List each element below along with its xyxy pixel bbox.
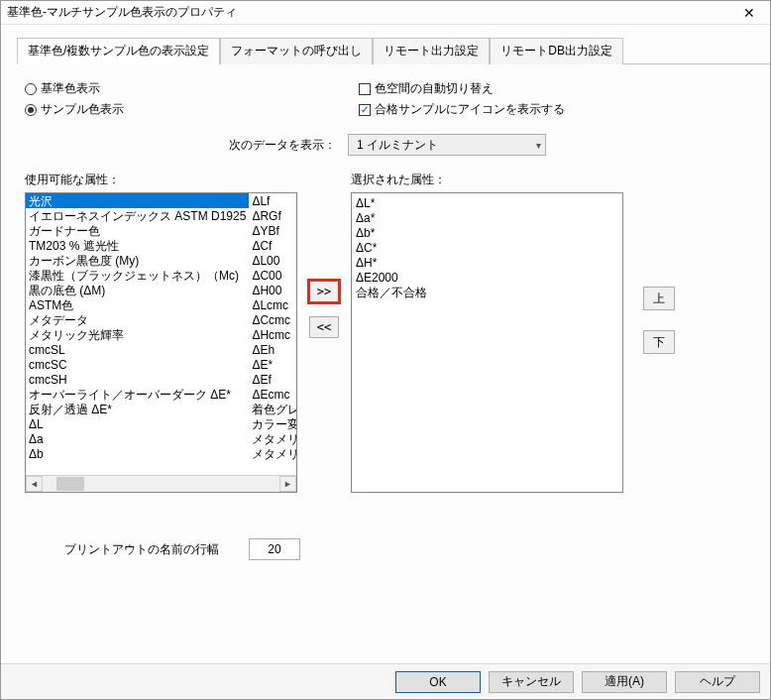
list-item[interactable]: cmcSC [26,357,249,372]
scroll-thumb[interactable] [56,477,84,491]
tab-format-recall[interactable]: フォーマットの呼び出し [220,38,373,64]
horizontal-scrollbar[interactable]: ◄ ► [26,475,296,492]
list-item[interactable]: cmcSL [26,342,249,357]
list-item[interactable]: cmcSH [26,372,249,387]
radio-sample-label: サンプル色表示 [41,101,124,118]
tab-panel-display-settings: 基準色表示 サンプル色表示 色空間の自動切り替え 合格サンプルにアイコンを表示す… [17,64,758,568]
check-auto-switch[interactable]: 色空間の自動切り替え [359,80,736,97]
list-item[interactable]: 合格／不合格 [356,285,618,299]
check-auto-switch-label: 色空間の自動切り替え [375,80,494,97]
list-item[interactable]: 黒の底色 (ΔM) [26,283,249,297]
list-item[interactable]: Δb [26,446,249,461]
list-item[interactable]: ΔH* [356,255,618,270]
scroll-track[interactable] [43,476,279,492]
list-item[interactable]: Δa* [356,210,618,225]
list-item[interactable]: ΔC* [356,240,618,255]
selected-attributes-list[interactable]: ΔL*Δa*Δb*ΔC*ΔH*ΔE2000合格／不合格 [351,192,623,493]
window-title: 基準色-マルチサンプル色表示のプロパティ [5,4,732,21]
radio-sample-color[interactable]: サンプル色表示 [25,101,359,118]
list-item[interactable]: ΔLcmc [249,297,296,312]
selected-attributes-label: 選択された属性： [351,172,623,188]
list-item[interactable]: ΔL [26,416,249,431]
list-item[interactable]: ΔE2000 [356,270,618,285]
available-attributes-label: 使用可能な属性： [25,172,297,188]
list-item[interactable]: 光沢 [26,193,249,208]
display-data-label: 次のデータを表示： [229,137,336,154]
list-item[interactable]: ガードナー色 [26,223,249,238]
list-item[interactable]: ΔEh [249,342,296,357]
illuminant-select-value: 1 イルミナント [357,137,438,154]
list-item[interactable]: 着色グレースケ [249,402,296,416]
list-item[interactable]: ΔC00 [249,268,296,283]
move-up-button[interactable]: 上 [643,287,675,310]
list-item[interactable]: ΔL00 [249,253,296,268]
list-item[interactable]: 漆黒性（ブラックジェットネス）（Mc) [26,268,249,283]
tab-remote-db-output[interactable]: リモートDB出力設定 [490,38,623,64]
list-item[interactable]: ΔYBf [249,223,296,238]
list-item[interactable]: 反射／透過 ΔE* [26,402,249,416]
list-item[interactable]: メタリック光輝率 [26,327,249,342]
list-item[interactable]: ΔEcmc [249,387,296,402]
list-item[interactable]: ΔH00 [249,283,296,297]
add-attribute-button[interactable]: >> [309,281,339,302]
check-show-icon-label: 合格サンプルにアイコンを表示する [375,101,565,118]
printout-name-width-label: プリントアウトの名前の行幅 [64,541,219,558]
cancel-button[interactable]: キャンセル [489,671,574,693]
list-item[interactable]: TM203 % 遮光性 [26,238,249,253]
tab-strip: 基準色/複数サンプル色の表示設定 フォーマットの呼び出し リモート出力設定 リモ… [17,37,770,64]
help-button[interactable]: ヘルプ [675,671,760,693]
tab-display-settings[interactable]: 基準色/複数サンプル色の表示設定 [17,38,220,64]
list-item[interactable]: ΔEf [249,372,296,387]
list-item[interactable]: メタデータ [26,312,249,327]
ok-button[interactable]: OK [395,671,481,693]
checkbox-icon [359,104,371,116]
check-show-icon[interactable]: 合格サンプルにアイコンを表示する [359,101,736,118]
list-item[interactable]: オーバーライト／オーバーダーク ΔE* [26,387,249,402]
scroll-right-icon[interactable]: ► [279,476,296,492]
list-item[interactable]: ΔHcmc [249,327,296,342]
list-item[interactable]: ΔCcmc [249,312,296,327]
list-item[interactable]: ΔL* [356,195,618,210]
checkbox-icon [359,83,371,95]
list-item[interactable]: Δa [26,431,249,446]
radio-icon [25,104,37,116]
list-item[interactable]: ASTM色 [26,297,249,312]
scroll-left-icon[interactable]: ◄ [26,476,43,492]
tab-remote-output[interactable]: リモート出力設定 [373,38,490,64]
chevron-down-icon: ▾ [536,140,541,151]
illuminant-select[interactable]: 1 イルミナント ▾ [348,134,546,156]
list-item[interactable]: カラー変化のグ [249,416,296,431]
dialog-button-bar: OK キャンセル 適用(A) ヘルプ [1,663,770,699]
radio-icon [25,83,37,95]
list-item[interactable]: イエローネスインデックス ASTM D1925 [26,208,249,223]
radio-reference-label: 基準色表示 [41,80,100,97]
apply-button[interactable]: 適用(A) [582,671,667,693]
remove-attribute-button[interactable]: << [309,316,339,338]
list-item[interactable]: ΔLf [249,193,296,208]
list-item[interactable]: メタメリズムイン [249,446,296,461]
printout-name-width-input[interactable]: 20 [249,538,300,560]
close-icon[interactable]: ✕ [732,3,766,23]
list-item[interactable]: メタメリズムイン [249,431,296,446]
available-attributes-list[interactable]: 光沢イエローネスインデックス ASTM D1925ガードナー色TM203 % 遮… [25,192,297,493]
list-item[interactable]: ΔE* [249,357,296,372]
list-item[interactable]: カーボン黒色度 (My) [26,253,249,268]
list-item[interactable]: ΔCf [249,238,296,253]
list-item[interactable]: Δb* [356,225,618,240]
radio-reference-color[interactable]: 基準色表示 [25,80,359,97]
list-item[interactable]: ΔRGf [249,208,296,223]
move-down-button[interactable]: 下 [643,330,675,354]
